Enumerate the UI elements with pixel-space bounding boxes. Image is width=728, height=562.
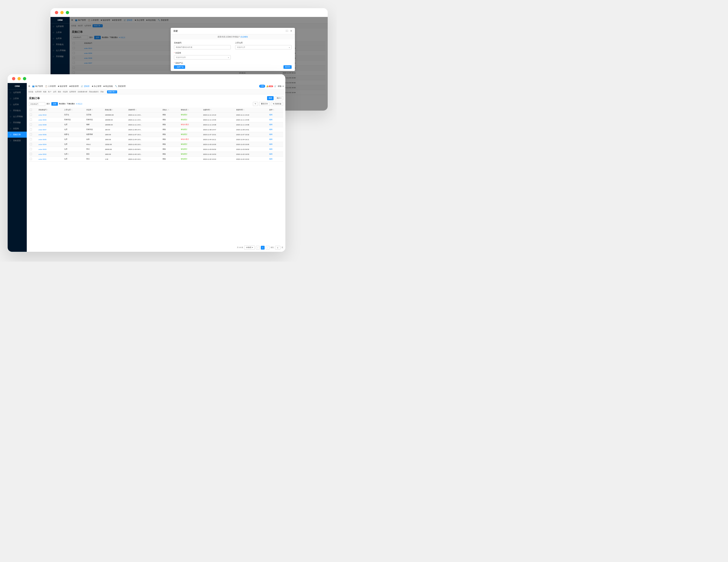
row-checkbox[interactable] <box>30 128 32 131</box>
crumb[interactable]: 仓库管理 <box>35 91 42 93</box>
crumb[interactable]: 仪表盘 <box>28 91 33 93</box>
row-checkbox[interactable] <box>30 114 32 116</box>
row-checkbox[interactable] <box>30 158 32 160</box>
advanced-filter-button[interactable]: ⚙ 高级筛选 <box>271 102 283 106</box>
chevron-down-icon[interactable]: ▾ <box>283 85 284 87</box>
col-header[interactable]: 采购总额 ⇅ <box>104 108 128 113</box>
sidebar-item[interactable]: ◇采购订单 <box>8 132 27 138</box>
user-label[interactable]: 体验 <box>278 85 282 88</box>
order-link[interactable]: order-5006 <box>39 134 46 135</box>
sidebar-item[interactable]: ◇供应商 <box>8 126 27 132</box>
sidebar-item[interactable]: ◇仓库管理 <box>51 23 70 29</box>
crumb[interactable]: 应用管理 <box>69 91 76 93</box>
sidebar-item[interactable]: ◇入库单 <box>8 96 27 102</box>
goto-input[interactable] <box>275 246 280 250</box>
edit-link[interactable]: 编辑 <box>269 153 273 155</box>
order-link[interactable]: order-5001 <box>39 158 46 160</box>
search-input[interactable] <box>29 102 45 106</box>
sidebar-item[interactable]: ◇库存盘点 <box>51 42 70 48</box>
row-checkbox[interactable] <box>30 153 32 155</box>
filter-custom[interactable]: ⊕ 自定义 <box>76 103 83 105</box>
minimize-dot[interactable] <box>17 77 21 80</box>
checkbox-all[interactable] <box>30 109 32 111</box>
col-header[interactable]: 更新时间 ⇅ <box>235 108 268 113</box>
sidebar-item[interactable]: ◇出入库明细 <box>8 114 27 120</box>
crumb[interactable]: 业务数量分析 <box>78 91 87 93</box>
order-no-input[interactable] <box>174 45 231 49</box>
filter-all[interactable]: 全部 <box>51 102 58 106</box>
close-icon[interactable]: ✕ <box>290 30 292 32</box>
nav-item[interactable]: ■ 项目管理 <box>58 85 67 88</box>
crumb[interactable]: 合同 <box>53 91 56 93</box>
order-link[interactable]: order-5010 <box>39 114 46 116</box>
filter-sub[interactable]: 下属负责的 <box>67 103 75 105</box>
col-header[interactable]: 供应商 ⇅ <box>85 108 104 113</box>
row-checkbox[interactable] <box>30 133 32 135</box>
close-dot[interactable] <box>55 11 58 14</box>
sidebar-item[interactable]: ◇库存调拨 <box>51 54 70 60</box>
nav-item[interactable]: 👥 客户管理 <box>32 85 43 88</box>
nav-item[interactable]: ■ 办公管理 <box>92 85 101 88</box>
warehouse-select[interactable]: 请选择仓库▾ <box>235 45 292 49</box>
close-dot[interactable] <box>12 77 15 80</box>
edit-link[interactable]: 编辑 <box>269 124 273 125</box>
nav-item[interactable]: 📋 工单管理 <box>45 85 56 88</box>
next-page[interactable]: › <box>266 246 270 250</box>
crumb[interactable]: 线索 <box>43 91 46 93</box>
order-link[interactable]: order-5008 <box>39 124 46 126</box>
row-checkbox[interactable] <box>30 148 32 150</box>
order-link[interactable]: order-5005 <box>39 139 46 140</box>
nav-item[interactable]: ■ 财务管理 <box>69 85 79 88</box>
col-header[interactable]: 采购人 ⇅ <box>162 108 180 113</box>
crumb[interactable]: 客户 <box>48 91 51 93</box>
edit-link[interactable]: 编辑 <box>269 134 273 135</box>
crumb[interactable]: 回款金额排行 <box>89 91 99 93</box>
row-checkbox[interactable] <box>30 138 32 140</box>
filter-mine[interactable]: 我负责的 <box>59 103 66 105</box>
order-link[interactable]: order-5003 <box>39 149 46 150</box>
nav-item[interactable]: 🔧 系统管理 <box>115 85 126 88</box>
crumb-chip[interactable]: 采购订单 × <box>107 90 117 93</box>
order-link[interactable]: order-5004 <box>39 144 46 145</box>
edit-link[interactable]: 编辑 <box>269 143 273 145</box>
row-checkbox[interactable] <box>30 123 32 126</box>
order-link[interactable]: order-5009 <box>39 119 46 121</box>
col-header[interactable]: 操作 ⇅ <box>268 108 283 113</box>
sidebar-item[interactable]: ◇出库单 <box>51 36 70 42</box>
supplier-select[interactable]: 请选择供应商▾ <box>174 55 231 60</box>
schedule-tag[interactable]: 日程 <box>259 85 265 88</box>
maximize-dot[interactable] <box>23 77 26 80</box>
sidebar-item[interactable]: ◇出库单 <box>8 102 27 108</box>
col-header[interactable]: 审核状态 ⇅ <box>180 108 202 113</box>
edit-link[interactable]: 编辑 <box>269 129 273 130</box>
edit-link[interactable]: 编辑 <box>269 119 273 120</box>
crumb[interactable]: 供应商 <box>63 91 68 93</box>
crumb[interactable]: 报价 <box>58 91 61 93</box>
minimize-dot[interactable] <box>60 11 64 14</box>
show-cols-button[interactable]: ☰ 显示列 <box>259 102 270 106</box>
crumb[interactable]: 回款 <box>100 91 104 93</box>
bell-icon[interactable]: 🔔298 <box>266 85 273 87</box>
edit-link[interactable]: 编辑 <box>269 148 273 150</box>
col-header[interactable]: 采购单编号 ⇅ <box>38 108 64 113</box>
select-product-button[interactable]: + 选择产品 <box>174 65 185 69</box>
sidebar-item[interactable]: ◇出入库明细 <box>51 48 70 54</box>
col-header[interactable]: 采购时间 ⇅ <box>128 108 162 113</box>
row-checkbox[interactable] <box>30 119 32 121</box>
show-cols-button[interactable]: 显示列 <box>283 65 292 69</box>
more-button[interactable]: 更多 ▾ <box>275 96 283 100</box>
menu-icon[interactable]: ☰ <box>28 85 30 87</box>
sidebar-item[interactable]: ◇库存盘点 <box>8 108 27 114</box>
edit-link[interactable]: 编辑 <box>269 158 273 160</box>
expand-icon[interactable]: ⛶ <box>286 30 288 32</box>
maximize-dot[interactable] <box>66 11 69 14</box>
sidebar-item[interactable]: ◇采购退货 <box>8 138 27 144</box>
nav-item[interactable]: ■ 商业智能 <box>103 85 113 88</box>
refresh-button[interactable]: ↻ <box>253 102 258 106</box>
sidebar-item[interactable]: ◇入库单 <box>51 29 70 36</box>
modal-banner-link[interactable]: 点击修改 <box>240 36 248 38</box>
edit-link[interactable]: 编辑 <box>269 114 273 116</box>
edit-link[interactable]: 编辑 <box>269 138 273 140</box>
col-header[interactable]: 创建时间 ⇅ <box>202 108 235 113</box>
row-checkbox[interactable] <box>30 143 32 145</box>
